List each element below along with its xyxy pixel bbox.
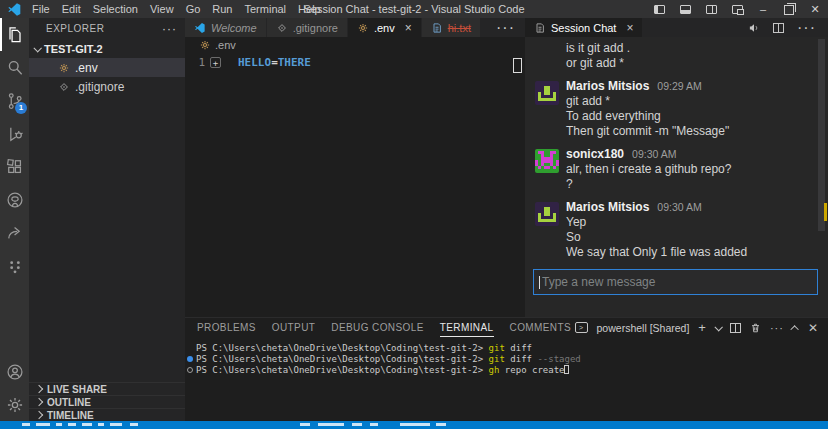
status-bar[interactable]: [0, 421, 828, 429]
chat-message: sonicx18009:30 AMalr, then i create a gi…: [535, 147, 806, 192]
status-item-clipped: [56, 423, 62, 426]
gear-file-icon: [357, 22, 369, 34]
panel-tab-problems[interactable]: PROBLEMS: [197, 318, 256, 337]
customize-layout-icon[interactable]: [724, 0, 750, 18]
editor-actions-more-icon[interactable]: ···: [486, 18, 525, 37]
menu-item-selection[interactable]: Selection: [87, 0, 144, 18]
text-file-icon: [431, 22, 443, 34]
status-item-clipped: [370, 423, 378, 426]
chat-message-input[interactable]: [540, 274, 817, 290]
minimize-button[interactable]: –: [750, 0, 776, 18]
tab-gitignore[interactable]: .gitignore: [267, 18, 348, 37]
more-actions-icon[interactable]: ···: [797, 19, 816, 37]
chat-message: is it git add .or git add *: [535, 41, 806, 71]
tab-label: .env: [374, 22, 395, 34]
new-terminal-icon[interactable]: +: [698, 320, 706, 335]
status-item-clipped: [300, 423, 310, 426]
tab-hi.txt[interactable]: hi.txt: [422, 18, 481, 37]
maximize-panel-icon[interactable]: [790, 325, 798, 333]
menu-item-view[interactable]: View: [144, 0, 180, 18]
status-item-clipped: [318, 423, 344, 426]
layout-panel-icon[interactable]: [672, 0, 698, 18]
gear-file-icon: [58, 62, 70, 74]
panel-tab-terminal[interactable]: TERMINAL: [440, 318, 494, 337]
panel-tab-debug-console[interactable]: DEBUG CONSOLE: [331, 318, 423, 337]
status-item-clipped: [436, 423, 446, 426]
menu-item-help[interactable]: Help: [292, 0, 327, 18]
menu-item-edit[interactable]: Edit: [56, 0, 87, 18]
menu-item-file[interactable]: File: [26, 0, 56, 18]
close-panel-icon[interactable]: ✕: [808, 321, 818, 335]
panel-more-actions-icon[interactable]: ···: [770, 322, 784, 334]
close-tab-icon[interactable]: ×: [626, 21, 633, 35]
terminal-output[interactable]: PS C:\Users\cheta\OneDrive\Desktop\Codin…: [185, 337, 828, 375]
layout-sidebar-right-icon[interactable]: [698, 0, 724, 18]
settings-gear-icon[interactable]: [0, 388, 29, 421]
activity-run-debug-icon[interactable]: [0, 117, 29, 150]
terminal-dropdown-icon[interactable]: [714, 323, 722, 331]
folder-row-test-git-2[interactable]: TEST-GIT-2: [29, 39, 185, 58]
sidebar-section-outline[interactable]: OUTLINE: [29, 395, 185, 408]
explorer-more-actions-icon[interactable]: ···: [162, 22, 177, 36]
file-row-env[interactable]: .env: [29, 58, 185, 77]
activity-search-icon[interactable]: [0, 51, 29, 84]
bottom-panel: PROBLEMSOUTPUTDEBUG CONSOLETERMINALCOMME…: [185, 317, 828, 421]
breadcrumb[interactable]: .env: [185, 37, 525, 53]
editor-group-left: Welcome.gitignore.env×hi.txt ··· .env 1 …: [185, 18, 525, 317]
close-button[interactable]: ✕: [802, 0, 828, 18]
menu-item-go[interactable]: Go: [180, 0, 207, 18]
panel-tab-comments[interactable]: COMMENTS: [510, 318, 572, 337]
panel-tab-output[interactable]: OUTPUT: [272, 318, 316, 337]
sidebar-section-live-share[interactable]: LIVE SHARE: [29, 382, 185, 395]
chat-message-list: is it git add .or git add *Marios Mitsio…: [525, 37, 828, 263]
menu-bar: FileEditSelectionViewGoRunTerminalHelp: [26, 0, 327, 18]
gear-file-icon: [199, 39, 211, 51]
layout-sidebar-left-icon[interactable]: [646, 0, 672, 18]
terminal-args: repo create: [499, 365, 564, 375]
vscode-window: FileEditSelectionViewGoRunTerminalHelp S…: [0, 0, 828, 429]
tab-welcome[interactable]: Welcome: [185, 18, 267, 37]
tab-label: Session Chat: [551, 22, 616, 34]
terminal-flag: --staged: [532, 354, 581, 364]
terminal-command: git: [489, 354, 505, 364]
chevron-down-icon: [33, 44, 41, 52]
file-label: .env: [75, 61, 98, 75]
activity-source-control-icon[interactable]: 1: [0, 84, 29, 117]
source-control-badge: 1: [15, 102, 27, 114]
tab-label: Welcome: [211, 22, 257, 34]
terminal-prompt: PS C:\Users\cheta\OneDrive\Desktop\Codin…: [196, 343, 483, 353]
activity-explorer-icon[interactable]: [0, 18, 29, 51]
split-terminal-icon[interactable]: [730, 323, 741, 333]
restore-button[interactable]: [776, 0, 802, 18]
sidebar-section-timeline[interactable]: TIMELINE: [29, 408, 185, 421]
kill-terminal-icon[interactable]: [750, 322, 761, 334]
activity-extensions-icon[interactable]: [0, 150, 29, 183]
file-row-gitignore[interactable]: .gitignore: [29, 77, 185, 96]
tab-session-chat[interactable]: Session Chat ×: [525, 18, 643, 37]
editor-tab-bar: Welcome.gitignore.env×hi.txt ···: [185, 18, 525, 37]
chevron-right-icon: [35, 398, 43, 406]
vscode-logo-icon: [7, 2, 22, 17]
close-tab-icon[interactable]: ×: [405, 21, 412, 35]
code-editor[interactable]: 1 + HELLO=THERE: [185, 53, 525, 317]
menu-item-run[interactable]: Run: [206, 0, 238, 18]
chevron-right-icon: [35, 385, 43, 393]
message-line: alr, then i create a github repo?: [566, 162, 806, 177]
gutter-plus-button[interactable]: +: [210, 57, 221, 68]
split-editor-icon[interactable]: [773, 23, 784, 33]
audio-cue-speaker-icon[interactable]: [748, 22, 760, 34]
text-file-icon: [534, 22, 546, 34]
activity-live-share-icon[interactable]: [0, 216, 29, 249]
menu-item-terminal[interactable]: Terminal: [239, 0, 293, 18]
terminal-args: diff: [505, 343, 532, 353]
activity-bar: 1: [0, 18, 29, 421]
terminal-instance-label[interactable]: powershell [Shared]: [597, 322, 690, 334]
account-icon[interactable]: [0, 355, 29, 388]
terminal-line: PS C:\Users\cheta\OneDrive\Desktop\Codin…: [185, 365, 828, 376]
code-text: HELLO=THERE: [238, 56, 311, 69]
message-header: Marios Mitsios09:29 AM: [566, 79, 806, 94]
activity-remote-explorer-icon[interactable]: [0, 249, 29, 282]
chat-message: Marios Mitsios09:30 AMYepSoWe say that O…: [535, 200, 806, 260]
activity-github-icon[interactable]: [0, 183, 29, 216]
tab-env[interactable]: .env×: [348, 18, 422, 37]
